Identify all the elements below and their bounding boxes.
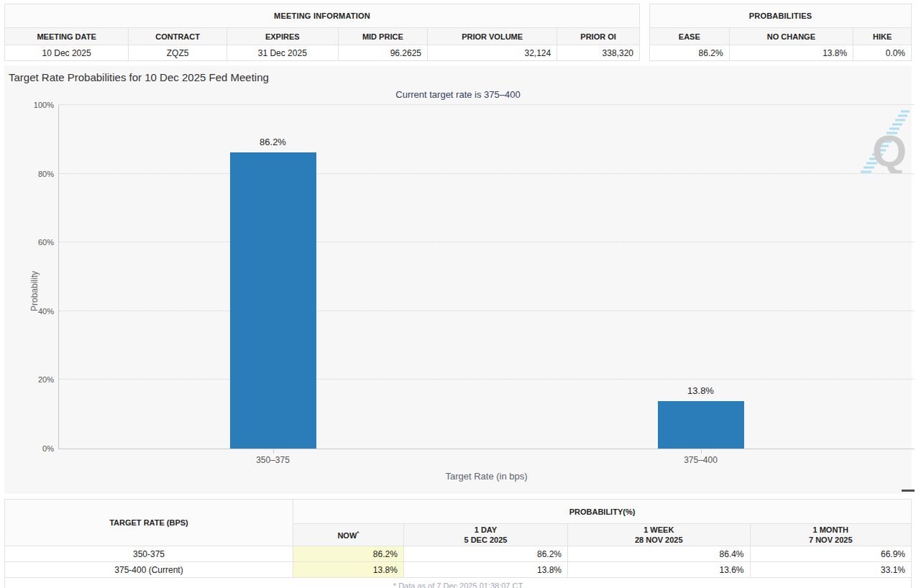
now-probability: 86.2% — [293, 546, 403, 562]
target-rate-chart-panel: Target Rate Probabilities for 10 Dec 202… — [4, 65, 912, 494]
bar-value-label: 13.8% — [687, 385, 714, 396]
table-row-375-400: 375-400 (Current) 13.8% 13.8% 13.6% 33.1… — [5, 562, 912, 578]
bar-value-label: 86.2% — [260, 137, 286, 147]
day-probability: 86.2% — [403, 546, 567, 562]
col-1-week: 1 WEEK28 NOV 2025 — [568, 524, 750, 546]
chart-menu-icon[interactable] — [900, 71, 903, 75]
gridline — [59, 104, 915, 105]
probability-pct-header: PROBABILITY(%) — [293, 500, 911, 524]
meeting-info-title: MEETING INFORMATION — [5, 4, 640, 28]
table-row-350-375: 350-375 86.2% 86.2% 86.4% 66.9% — [5, 546, 912, 562]
y-tick-label: 80% — [38, 170, 54, 178]
col-contract: CONTRACT — [129, 28, 227, 45]
ease-value: 86.2% — [650, 45, 730, 61]
col-no-change: NO CHANGE — [729, 28, 853, 45]
col-meeting-date: MEETING DATE — [5, 28, 129, 45]
month-probability: 33.1% — [750, 562, 912, 578]
data-as-of-note: * Data as of 7 Dec 2025 01:38:07 CT — [4, 578, 912, 588]
probabilities-title: PROBABILITIES — [650, 4, 912, 28]
no-change-value: 13.8% — [729, 45, 853, 61]
x-tick-label: 375–400 — [684, 455, 718, 465]
probabilities-summary-table: PROBABILITIES EASE NO CHANGE HIKE 86.2% … — [649, 4, 912, 61]
col-now: NOW* — [293, 524, 403, 546]
gridline — [59, 311, 915, 311]
y-tick-label: 0% — [42, 444, 54, 453]
gridline — [59, 242, 915, 242]
probability-history-table: TARGET RATE (BPS) PROBABILITY(%) NOW* 1 … — [4, 499, 912, 588]
rate-range: 350-375 — [5, 546, 293, 562]
day-probability: 13.8% — [403, 562, 567, 578]
x-tick-mark — [701, 449, 702, 454]
y-tick-label: 60% — [38, 238, 54, 247]
probabilities-header-row: EASE NO CHANGE HIKE — [650, 28, 912, 45]
col-prior-volume: PRIOR VOLUME — [428, 28, 557, 45]
x-axis-title: Target Rate (in bps) — [58, 471, 915, 482]
watermark-letter: Q — [872, 126, 907, 173]
col-expires: EXPIRES — [227, 28, 339, 45]
gridline — [59, 379, 915, 380]
week-probability: 86.4% — [568, 546, 750, 562]
now-probability: 13.8% — [293, 562, 403, 578]
q-logo-watermark: Q — [856, 107, 912, 173]
y-tick-label: 100% — [34, 101, 54, 109]
probability-bar[interactable] — [230, 152, 316, 449]
contract-value: ZQZ5 — [129, 45, 227, 61]
prior-volume-value: 32,124 — [428, 45, 557, 61]
meeting-info-value-row: 10 Dec 2025 ZQZ5 31 Dec 2025 96.2625 32,… — [5, 45, 640, 61]
week-probability: 13.6% — [568, 562, 750, 578]
top-summary-row: MEETING INFORMATION MEETING DATE CONTRAC… — [4, 4, 912, 61]
y-tick-label: 20% — [38, 375, 54, 384]
x-tick-label: 350–375 — [256, 455, 290, 465]
probabilities-value-row: 86.2% 13.8% 0.0% — [650, 45, 912, 61]
x-tick-mark — [273, 449, 274, 454]
col-prior-oi: PRIOR OI — [557, 28, 640, 45]
col-ease: EASE — [650, 28, 730, 45]
meeting-information-table: MEETING INFORMATION MEETING DATE CONTRAC… — [4, 4, 640, 61]
hike-value: 0.0% — [853, 45, 912, 61]
expires-value: 31 Dec 2025 — [227, 45, 339, 61]
y-axis-title: Probability — [29, 271, 40, 311]
plot-area: 0%20%40%60%80%100%86.2%350–37513.8%375–4… — [58, 105, 915, 449]
y-tick-label: 40% — [38, 307, 54, 316]
col-hike: HIKE — [853, 28, 912, 45]
col-mid-price: MID PRICE — [338, 28, 428, 45]
meeting-date-value: 10 Dec 2025 — [5, 45, 129, 61]
col-1-day: 1 DAY5 DEC 2025 — [403, 524, 567, 546]
chart-title: Target Rate Probabilities for 10 Dec 202… — [9, 71, 269, 83]
chart-subtitle: Current target rate is 375–400 — [4, 89, 912, 100]
probability-bar[interactable] — [658, 401, 744, 449]
month-probability: 66.9% — [750, 546, 912, 562]
rate-range: 375-400 (Current) — [5, 562, 293, 578]
gridline — [59, 173, 915, 174]
rate-bps-header: TARGET RATE (BPS) — [5, 500, 293, 546]
meeting-info-header-row: MEETING DATE CONTRACT EXPIRES MID PRICE … — [5, 28, 640, 45]
mid-price-value: 96.2625 — [338, 45, 428, 61]
prior-oi-value: 338,320 — [557, 45, 640, 61]
col-1-month: 1 MONTH7 NOV 2025 — [750, 524, 912, 546]
